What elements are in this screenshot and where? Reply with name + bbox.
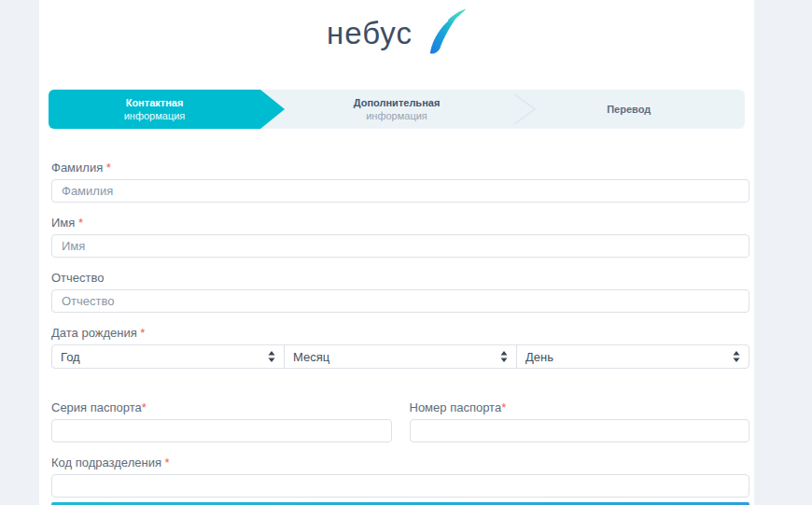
firstname-input[interactable] (51, 234, 749, 258)
required-marker: * (75, 216, 83, 230)
passport-row: Серия паспорта* Номер паспорта* (51, 369, 749, 442)
step-title: Контактная (126, 96, 184, 109)
birth-year-select[interactable]: Год (52, 345, 285, 368)
passport-number-input[interactable] (410, 419, 750, 442)
step-progress-bar: Дополнительная информация Перевод Контак… (49, 90, 745, 129)
step-title: Дополнительная (354, 96, 441, 109)
form-card: небус Дополнительная информация (39, 0, 754, 505)
select-updown-icon (500, 351, 508, 362)
required-marker: * (142, 400, 147, 414)
swoosh-icon (424, 8, 467, 55)
passport-number-label: Номер паспорта* (410, 400, 750, 414)
step-subtitle: информация (366, 109, 427, 122)
birth-day-select[interactable]: День (517, 345, 749, 368)
step-additional-info[interactable]: Дополнительная информация (281, 90, 513, 129)
passport-series-label: Серия паспорта* (51, 400, 392, 414)
step-subtitle: информация (124, 109, 186, 122)
division-code-label: Код подразделения * (51, 456, 749, 470)
middlename-input[interactable] (51, 289, 749, 313)
birth-month-select[interactable]: Месяц (285, 345, 517, 368)
division-code-input[interactable] (51, 474, 749, 498)
step-separator-chevron-icon (512, 92, 537, 126)
required-marker: * (501, 400, 506, 414)
select-updown-icon (268, 351, 275, 362)
lastname-input[interactable] (51, 179, 749, 203)
step-transfer[interactable]: Перевод (512, 90, 745, 129)
step-title: Перевод (607, 103, 651, 116)
required-marker: * (137, 326, 146, 340)
birthdate-select-group: Год Месяц День (51, 344, 749, 369)
passport-series-input[interactable] (51, 419, 392, 442)
page: { "logo": { "text": "небус", "icon": "sw… (0, 0, 812, 505)
required-marker: * (161, 456, 170, 470)
logo: небус (39, 0, 754, 58)
required-marker: * (103, 161, 111, 175)
logo-text: небус (327, 16, 413, 51)
lastname-label: Фамилия * (51, 161, 749, 175)
contact-info-form: Фамилия * Имя * Отчество Дата рождения *… (39, 161, 754, 505)
step-contact-info-active[interactable]: Контактная информация (49, 90, 285, 129)
select-updown-icon (733, 351, 740, 362)
middlename-label: Отчество (51, 271, 749, 285)
firstname-label: Имя * (51, 216, 749, 230)
birthdate-label: Дата рождения * (51, 326, 749, 340)
